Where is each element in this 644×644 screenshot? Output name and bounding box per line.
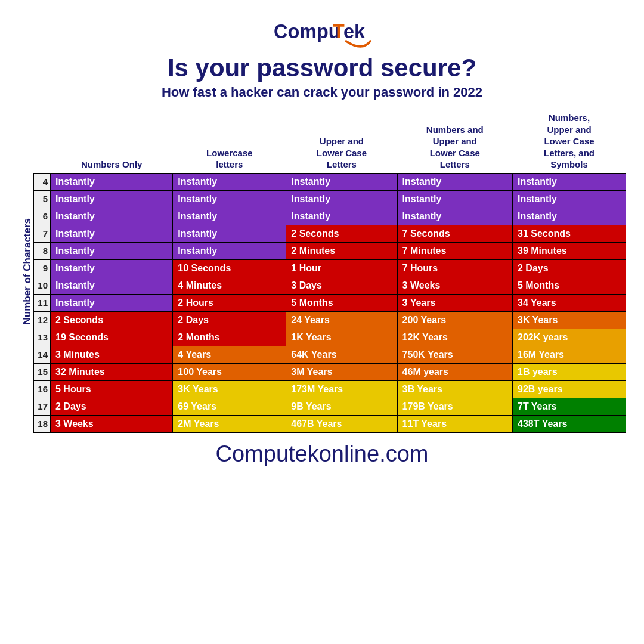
svg-text:T: T	[333, 21, 345, 42]
table-cell: 100 Years	[173, 363, 286, 380]
table-cell: 3 Weeks	[51, 415, 173, 432]
table-cell: 179B Years	[397, 398, 512, 415]
row-number: 12	[34, 311, 51, 329]
col-header-4: Numbers andUpper andLower CaseLetters	[397, 110, 512, 173]
col-header-2: Lowercaseletters	[173, 110, 286, 173]
row-number: 5	[34, 190, 51, 208]
table-row: 143 Minutes4 Years64K Years750K Years16M…	[34, 346, 626, 363]
table-cell: 7T Years	[513, 398, 626, 415]
table-cell: Instantly	[173, 173, 286, 190]
table-cell: 16M Years	[513, 346, 626, 363]
table-cell: 2 Days	[173, 311, 286, 329]
row-number: 9	[34, 259, 51, 277]
table-cell: Instantly	[397, 190, 512, 208]
table-cell: 3K Years	[513, 311, 626, 329]
table-cell: 5 Months	[513, 277, 626, 294]
table-cell: 11T Years	[397, 415, 512, 432]
row-number: 16	[34, 380, 51, 398]
row-number: 13	[34, 329, 51, 346]
table-cell: 5 Hours	[51, 380, 173, 398]
table-cell: Instantly	[173, 225, 286, 242]
table-cell: 4 Years	[173, 346, 286, 363]
svg-text:ek: ek	[343, 21, 366, 42]
logo-area: Compu T ek	[268, 12, 376, 54]
table-cell: Instantly	[513, 173, 626, 190]
table-cell: Instantly	[51, 208, 173, 225]
main-title: Is your password secure?	[168, 54, 476, 82]
table-container: Number of Characters Numbers Only Lowerc…	[18, 110, 626, 433]
table-cell: 2M Years	[173, 415, 286, 432]
table-cell: 3K Years	[173, 380, 286, 398]
table-cell: 3 Weeks	[397, 277, 512, 294]
table-cell: 750K Years	[397, 346, 512, 363]
col-header-3: Upper andLower CaseLetters	[286, 110, 397, 173]
table-cell: 10 Seconds	[173, 259, 286, 277]
footer-text: Computekonline.com	[216, 441, 429, 467]
table-row: 1532 Minutes100 Years3M Years46M years1B…	[34, 363, 626, 380]
logo-svg: Compu T ek	[268, 12, 376, 54]
table-cell: 4 Minutes	[173, 277, 286, 294]
table-cell: 1 Hour	[286, 259, 397, 277]
table-cell: 2 Seconds	[51, 311, 173, 329]
page: Compu T ek Is your password secure? How …	[0, 0, 644, 644]
table-cell: 3 Years	[397, 294, 512, 311]
row-number: 4	[34, 173, 51, 190]
table-cell: 438T Years	[513, 415, 626, 432]
table-cell: 202K years	[513, 329, 626, 346]
row-number: 15	[34, 363, 51, 380]
table-cell: 46M years	[397, 363, 512, 380]
table-cell: Instantly	[51, 277, 173, 294]
table-cell: Instantly	[51, 190, 173, 208]
table-cell: 7 Seconds	[397, 225, 512, 242]
table-cell: 9B Years	[286, 398, 397, 415]
table-wrapper: Numbers Only Lowercaseletters Upper andL…	[33, 110, 626, 433]
col-header-1: Numbers Only	[51, 110, 173, 173]
table-row: 6InstantlyInstantlyInstantlyInstantlyIns…	[34, 208, 626, 225]
row-number: 11	[34, 294, 51, 311]
table-cell: 69 Years	[173, 398, 286, 415]
table-cell: 3M Years	[286, 363, 397, 380]
y-axis-label: Number of Characters	[18, 110, 33, 433]
table-cell: 173M Years	[286, 380, 397, 398]
table-cell: 7 Minutes	[397, 242, 512, 259]
table-cell: 64K Years	[286, 346, 397, 363]
table-row: 122 Seconds2 Days24 Years200 Years3K Yea…	[34, 311, 626, 329]
table-cell: 3B Years	[397, 380, 512, 398]
table-cell: 31 Seconds	[513, 225, 626, 242]
table-cell: Instantly	[51, 225, 173, 242]
row-number: 14	[34, 346, 51, 363]
table-cell: 24 Years	[286, 311, 397, 329]
table-row: 165 Hours3K Years173M Years3B Years92B y…	[34, 380, 626, 398]
table-cell: Instantly	[51, 173, 173, 190]
table-row: 10Instantly4 Minutes3 Days3 Weeks5 Month…	[34, 277, 626, 294]
row-number: 6	[34, 208, 51, 225]
svg-text:Compu: Compu	[274, 21, 340, 42]
table-cell: 5 Months	[286, 294, 397, 311]
table-cell: Instantly	[173, 208, 286, 225]
table-cell: 32 Minutes	[51, 363, 173, 380]
row-number: 8	[34, 242, 51, 259]
table-cell: Instantly	[173, 242, 286, 259]
table-row: 7InstantlyInstantly2 Seconds7 Seconds31 …	[34, 225, 626, 242]
table-cell: 92B years	[513, 380, 626, 398]
row-number: 7	[34, 225, 51, 242]
table-cell: 467B Years	[286, 415, 397, 432]
table-cell: 2 Months	[173, 329, 286, 346]
row-number: 18	[34, 415, 51, 432]
table-cell: 1K Years	[286, 329, 397, 346]
table-cell: 2 Seconds	[286, 225, 397, 242]
table-cell: 3 Days	[286, 277, 397, 294]
table-cell: 39 Minutes	[513, 242, 626, 259]
table-row: 1319 Seconds2 Months1K Years12K Years202…	[34, 329, 626, 346]
table-cell: Instantly	[51, 242, 173, 259]
sub-title: How fast a hacker can crack your passwor…	[162, 85, 482, 100]
table-cell: 2 Days	[51, 398, 173, 415]
table-row: 9Instantly10 Seconds1 Hour7 Hours2 Days	[34, 259, 626, 277]
table-row: 4InstantlyInstantlyInstantlyInstantlyIns…	[34, 173, 626, 190]
table-cell: Instantly	[513, 208, 626, 225]
table-cell: 200 Years	[397, 311, 512, 329]
table-row: 8InstantlyInstantly2 Minutes7 Minutes39 …	[34, 242, 626, 259]
table-cell: 3 Minutes	[51, 346, 173, 363]
table-cell: 1B years	[513, 363, 626, 380]
table-cell: 2 Minutes	[286, 242, 397, 259]
